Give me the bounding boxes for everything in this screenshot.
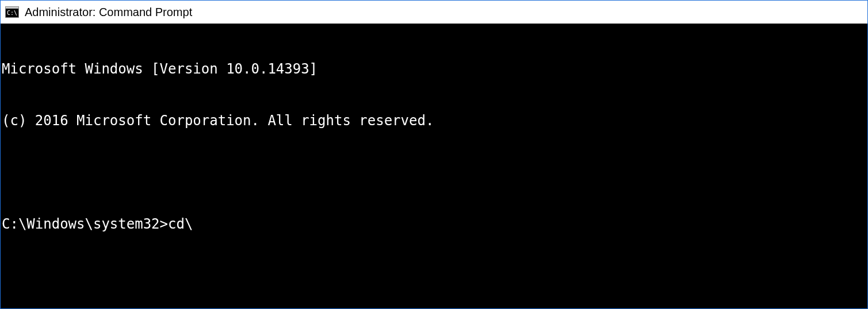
cmd-icon: C:\ <box>5 6 19 18</box>
terminal-line: Microsoft Windows [Version 10.0.14393] <box>2 60 866 78</box>
titlebar[interactable]: C:\ Administrator: Command Prompt <box>1 1 867 24</box>
terminal-line: C:\Windows\system32>cd\ <box>2 215 866 233</box>
window-title: Administrator: Command Prompt <box>25 1 192 24</box>
terminal-line: (c) 2016 Microsoft Corporation. All righ… <box>2 112 866 129</box>
terminal-line <box>2 267 866 284</box>
terminal-output[interactable]: Microsoft Windows [Version 10.0.14393] (… <box>1 24 867 308</box>
svg-text:C:\: C:\ <box>7 10 17 16</box>
terminal-line <box>2 164 866 181</box>
command-prompt-window: C:\ Administrator: Command Prompt Micros… <box>0 0 868 309</box>
